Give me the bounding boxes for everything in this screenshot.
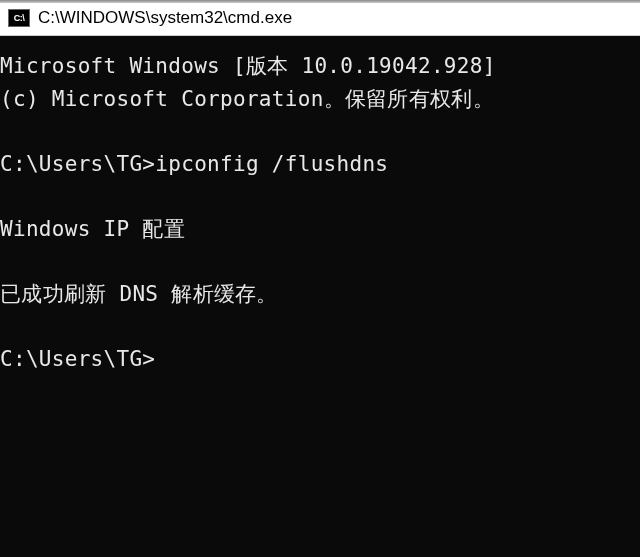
version-line: Microsoft Windows [版本 10.0.19042.928]	[0, 50, 640, 83]
cmd-icon-text: C:\	[14, 13, 25, 23]
success-line: 已成功刷新 DNS 解析缓存。	[0, 278, 640, 311]
blank-line	[0, 115, 640, 148]
prompt-path: C:\Users\TG>	[0, 152, 155, 176]
cmd-icon: C:\	[8, 9, 30, 27]
prompt-line-1: C:\Users\TG>ipconfig /flushdns	[0, 148, 640, 181]
terminal-output[interactable]: Microsoft Windows [版本 10.0.19042.928] (c…	[0, 36, 640, 557]
titlebar-top-border	[0, 0, 640, 3]
prompt-path: C:\Users\TG>	[0, 347, 155, 371]
window-titlebar[interactable]: C:\ C:\WINDOWS\system32\cmd.exe	[0, 0, 640, 36]
ipconfig-header: Windows IP 配置	[0, 213, 640, 246]
blank-line	[0, 180, 640, 213]
entered-command: ipconfig /flushdns	[155, 152, 388, 176]
blank-line	[0, 310, 640, 343]
prompt-line-2[interactable]: C:\Users\TG>	[0, 343, 640, 376]
copyright-line: (c) Microsoft Corporation。保留所有权利。	[0, 83, 640, 116]
blank-line	[0, 245, 640, 278]
window-title: C:\WINDOWS\system32\cmd.exe	[38, 8, 292, 28]
